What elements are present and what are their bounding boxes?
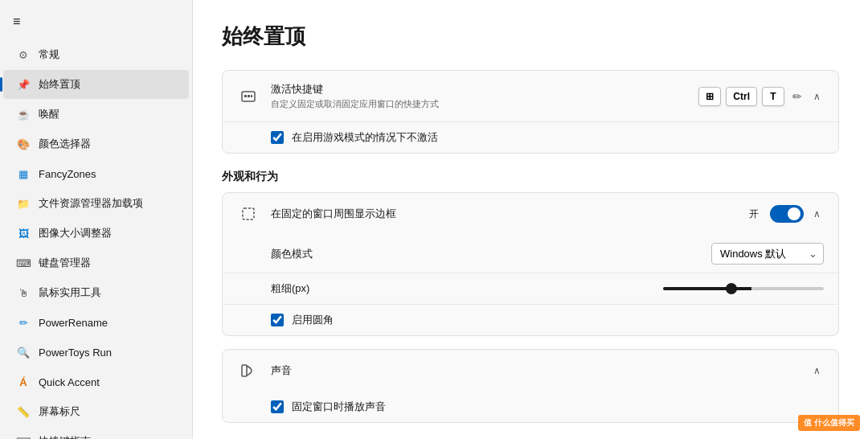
sidebar-item-alwaysontop[interactable]: 📌 始终置顶 <box>3 70 189 99</box>
run-icon: 🔍 <box>16 345 31 359</box>
svg-rect-1 <box>244 95 247 97</box>
shortcut-row-icon <box>237 85 260 108</box>
toggle-thumb <box>788 207 800 220</box>
appearance-card: 在固定的窗口周围显示边框 开 ∧ 颜色模式 Windows 默认 浅色 深色 <box>222 192 839 336</box>
shortcut-card: 激活快捷键 自定义固定或取消固定应用窗口的快捷方式 ⊞ Ctrl T ✏ ∧ 在… <box>222 70 839 154</box>
sidebar-item-mouse[interactable]: 🖱 鼠标实用工具 <box>3 278 189 307</box>
svg-rect-2 <box>248 95 250 97</box>
appearance-heading: 外观和行为 <box>222 170 839 184</box>
thickness-control <box>379 287 824 290</box>
sidebar-item-imageresizer[interactable]: 🖼 图像大小调整器 <box>3 219 189 248</box>
sound-title: 声音 <box>271 363 799 378</box>
svg-rect-3 <box>251 95 252 97</box>
sidebar-label-ruler: 屏幕标尺 <box>39 404 80 419</box>
main-content: 始终置顶 激活快捷键 自定义固定或取消固定应用窗口的快捷方式 ⊞ Ctrl T … <box>193 0 868 439</box>
sidebar-item-powertoys-run[interactable]: 🔍 PowerToys Run <box>3 338 189 367</box>
shortcut-desc: 自定义固定或取消固定应用窗口的快捷方式 <box>271 98 687 110</box>
colormode-label: 颜色模式 <box>271 247 367 261</box>
sidebar-label-run: PowerToys Run <box>39 347 112 359</box>
sidebar: ≡ ⚙ 常规 📌 始终置顶 ☕ 唤醒 🎨 颜色选择器 ▦ FancyZones … <box>0 0 193 439</box>
sound-checkbox[interactable] <box>271 400 284 413</box>
colormode-select[interactable]: Windows 默认 浅色 深色 <box>711 243 824 265</box>
border-chevron[interactable]: ∧ <box>810 207 824 221</box>
border-icon <box>237 203 260 225</box>
sidebar-label-mouse: 鼠标实用工具 <box>39 285 101 300</box>
sound-header[interactable]: 声音 ∧ <box>223 350 838 392</box>
sidebar-label-fileexplorer: 文件资源管理器加载项 <box>39 196 143 211</box>
sound-card: 声音 ∧ 固定窗口时播放声音 <box>222 349 839 423</box>
mouse-icon: 🖱 <box>16 285 31 300</box>
fancyzones-icon: ▦ <box>16 166 31 181</box>
sidebar-label-general: 常规 <box>39 47 59 62</box>
sidebar-item-colorpicker[interactable]: 🎨 颜色选择器 <box>3 129 189 158</box>
hamburger-menu[interactable]: ≡ <box>0 6 192 37</box>
ruler-icon: 📏 <box>16 404 31 419</box>
border-title: 在固定的窗口周围显示边框 <box>271 207 738 221</box>
gear-icon: ⚙ <box>16 47 31 62</box>
sound-checkbox-row: 固定窗口时播放声音 <box>223 392 838 422</box>
fileexplorer-icon: 📁 <box>16 196 31 211</box>
sidebar-item-general[interactable]: ⚙ 常规 <box>3 40 189 69</box>
thickness-slider[interactable] <box>663 287 824 290</box>
powerrename-icon: ✏ <box>16 315 31 330</box>
key-win[interactable]: ⊞ <box>698 87 721 106</box>
sidebar-item-shortcut[interactable]: ⌨ 快捷键指南 <box>3 427 189 439</box>
colormode-control: Windows 默认 浅色 深色 <box>379 243 824 265</box>
key-t[interactable]: T <box>762 87 784 106</box>
thickness-row: 粗细(px) <box>223 273 838 305</box>
sidebar-item-powerrename[interactable]: ✏ PowerRename <box>3 308 189 337</box>
thickness-label: 粗细(px) <box>271 281 367 296</box>
sound-label: 固定窗口时播放声音 <box>292 400 386 414</box>
shortcut-icon: ⌨ <box>16 434 31 439</box>
pin-icon: 📌 <box>16 77 31 92</box>
shortcut-row: 激活快捷键 自定义固定或取消固定应用窗口的快捷方式 ⊞ Ctrl T ✏ ∧ <box>223 71 838 122</box>
page-title: 始终置顶 <box>222 23 839 51</box>
keyboard-icon: ⌨ <box>16 256 31 270</box>
awake-icon: ☕ <box>16 107 31 121</box>
colormode-row: 颜色模式 Windows 默认 浅色 深色 <box>223 235 838 273</box>
key-ctrl[interactable]: Ctrl <box>726 87 757 106</box>
sidebar-label-keyboard: 键盘管理器 <box>39 256 91 270</box>
rounded-corners-row: 启用圆角 <box>223 305 838 335</box>
sound-icon <box>237 359 260 382</box>
sidebar-label-powerrename: PowerRename <box>39 317 108 329</box>
sidebar-label-imageresizer: 图像大小调整器 <box>39 226 112 240</box>
sidebar-item-ruler[interactable]: 📏 屏幕标尺 <box>3 397 189 426</box>
sidebar-item-fileexplorer[interactable]: 📁 文件资源管理器加载项 <box>3 189 189 218</box>
sidebar-label-alwaysontop: 始终置顶 <box>39 77 80 92</box>
gamemode-label: 在启用游戏模式的情况下不激活 <box>292 130 438 145</box>
shortcut-title: 激活快捷键 <box>271 82 687 96</box>
colorpicker-icon: 🎨 <box>16 137 31 151</box>
rounded-corners-checkbox[interactable] <box>271 314 284 326</box>
sidebar-item-quick-accent[interactable]: Á Quick Accent <box>3 367 189 396</box>
accent-icon: Á <box>16 375 31 389</box>
svg-rect-5 <box>242 365 247 376</box>
border-content: 在固定的窗口周围显示边框 <box>271 207 738 221</box>
gamemode-row: 在启用游戏模式的情况下不激活 <box>223 122 838 153</box>
toggle-on-label: 开 <box>749 207 759 221</box>
sidebar-label-shortcut: 快捷键指南 <box>39 434 91 439</box>
imageresizer-icon: 🖼 <box>16 226 31 240</box>
edit-shortcut-button[interactable]: ✏ <box>789 87 805 106</box>
sidebar-item-fancyzones[interactable]: ▦ FancyZones <box>3 159 189 188</box>
sound-chevron[interactable]: ∧ <box>810 363 824 378</box>
sidebar-label-accent: Quick Accent <box>39 376 100 388</box>
rounded-corners-label: 启用圆角 <box>292 313 334 327</box>
shortcut-actions: ⊞ Ctrl T ✏ ∧ <box>698 87 824 106</box>
sidebar-item-awake[interactable]: ☕ 唤醒 <box>3 100 189 129</box>
shortcut-content: 激活快捷键 自定义固定或取消固定应用窗口的快捷方式 <box>271 82 687 110</box>
sound-content: 声音 <box>271 363 799 378</box>
sidebar-label-awake: 唤醒 <box>39 107 59 121</box>
colormode-dropdown-wrap: Windows 默认 浅色 深色 <box>711 243 824 265</box>
sidebar-label-colorpicker: 颜色选择器 <box>39 137 91 151</box>
shortcut-chevron-up[interactable]: ∧ <box>810 89 824 104</box>
gamemode-checkbox[interactable] <box>271 131 284 144</box>
border-row[interactable]: 在固定的窗口周围显示边框 开 ∧ <box>223 193 838 235</box>
border-toggle[interactable] <box>770 205 804 223</box>
sidebar-item-keyboard[interactable]: ⌨ 键盘管理器 <box>3 248 189 277</box>
sidebar-label-fancyzones: FancyZones <box>39 168 96 180</box>
svg-rect-4 <box>243 208 254 220</box>
